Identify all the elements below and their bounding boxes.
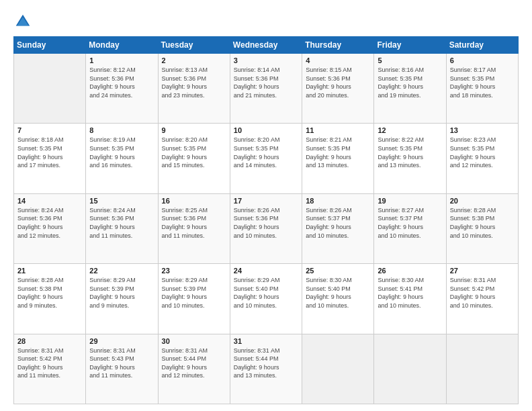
day-info: Sunrise: 8:31 AMSunset: 5:42 PMDaylight:…	[450, 276, 515, 310]
calendar-cell: 7Sunrise: 8:18 AMSunset: 5:35 PMDaylight…	[14, 124, 86, 193]
day-info: Sunrise: 8:29 AMSunset: 5:39 PMDaylight:…	[89, 276, 154, 310]
weekday-header: Wednesday	[230, 37, 302, 54]
day-info: Sunrise: 8:24 AMSunset: 5:36 PMDaylight:…	[89, 206, 154, 240]
day-info: Sunrise: 8:23 AMSunset: 5:35 PMDaylight:…	[450, 136, 515, 169]
day-number: 4	[306, 56, 370, 64]
day-info: Sunrise: 8:30 AMSunset: 5:40 PMDaylight:…	[306, 276, 370, 310]
calendar-cell: 30Sunrise: 8:31 AMSunset: 5:44 PMDayligh…	[158, 334, 230, 404]
weekday-header: Thursday	[302, 37, 374, 54]
day-number: 21	[17, 267, 82, 275]
day-number: 7	[17, 126, 82, 134]
calendar-cell: 11Sunrise: 8:21 AMSunset: 5:35 PMDayligh…	[302, 124, 374, 193]
day-number: 20	[450, 197, 515, 205]
calendar-cell	[302, 334, 374, 404]
page: SundayMondayTuesdayWednesdayThursdayFrid…	[0, 0, 532, 411]
calendar-cell: 2Sunrise: 8:13 AMSunset: 5:36 PMDaylight…	[158, 54, 230, 124]
calendar-cell: 3Sunrise: 8:14 AMSunset: 5:36 PMDaylight…	[230, 54, 302, 124]
calendar-cell: 26Sunrise: 8:30 AMSunset: 5:41 PMDayligh…	[374, 264, 446, 334]
calendar-cell: 27Sunrise: 8:31 AMSunset: 5:42 PMDayligh…	[446, 264, 518, 334]
day-number: 13	[450, 126, 515, 134]
calendar-cell: 8Sunrise: 8:19 AMSunset: 5:35 PMDaylight…	[86, 124, 158, 193]
day-number: 22	[89, 267, 154, 275]
day-number: 24	[234, 267, 298, 275]
day-number: 30	[162, 337, 226, 345]
day-number: 6	[450, 56, 515, 64]
day-number: 26	[378, 267, 442, 275]
calendar-cell	[446, 334, 518, 404]
day-number: 23	[162, 267, 226, 275]
day-info: Sunrise: 8:22 AMSunset: 5:35 PMDaylight:…	[378, 136, 442, 169]
calendar-cell: 22Sunrise: 8:29 AMSunset: 5:39 PMDayligh…	[86, 264, 158, 334]
calendar-cell: 19Sunrise: 8:27 AMSunset: 5:37 PMDayligh…	[374, 193, 446, 263]
header	[13, 12, 519, 31]
calendar-cell: 17Sunrise: 8:26 AMSunset: 5:36 PMDayligh…	[230, 193, 302, 263]
calendar-cell	[374, 334, 446, 404]
weekday-header: Sunday	[14, 37, 86, 54]
day-info: Sunrise: 8:26 AMSunset: 5:36 PMDaylight:…	[234, 206, 298, 240]
day-info: Sunrise: 8:28 AMSunset: 5:38 PMDaylight:…	[17, 276, 82, 310]
calendar-cell	[14, 54, 86, 124]
calendar-week-row: 7Sunrise: 8:18 AMSunset: 5:35 PMDaylight…	[14, 124, 519, 193]
day-info: Sunrise: 8:28 AMSunset: 5:38 PMDaylight:…	[450, 206, 515, 240]
weekday-header: Friday	[374, 37, 446, 54]
weekday-header: Monday	[86, 37, 158, 54]
day-info: Sunrise: 8:20 AMSunset: 5:35 PMDaylight:…	[162, 136, 226, 169]
calendar-cell: 31Sunrise: 8:31 AMSunset: 5:44 PMDayligh…	[230, 334, 302, 404]
weekday-header: Saturday	[446, 37, 518, 54]
day-info: Sunrise: 8:29 AMSunset: 5:39 PMDaylight:…	[162, 276, 226, 310]
day-info: Sunrise: 8:16 AMSunset: 5:35 PMDaylight:…	[378, 66, 442, 99]
day-info: Sunrise: 8:31 AMSunset: 5:44 PMDaylight:…	[234, 347, 298, 380]
day-number: 15	[89, 197, 154, 205]
day-info: Sunrise: 8:17 AMSunset: 5:35 PMDaylight:…	[450, 66, 515, 99]
logo	[13, 12, 35, 31]
day-number: 31	[234, 337, 298, 345]
day-number: 18	[306, 197, 370, 205]
calendar-week-row: 14Sunrise: 8:24 AMSunset: 5:36 PMDayligh…	[14, 193, 519, 263]
day-info: Sunrise: 8:31 AMSunset: 5:44 PMDaylight:…	[162, 347, 226, 380]
calendar-week-row: 21Sunrise: 8:28 AMSunset: 5:38 PMDayligh…	[14, 264, 519, 334]
day-info: Sunrise: 8:24 AMSunset: 5:36 PMDaylight:…	[17, 206, 82, 240]
calendar-cell: 13Sunrise: 8:23 AMSunset: 5:35 PMDayligh…	[446, 124, 518, 193]
logo-icon	[13, 12, 32, 31]
calendar-cell: 23Sunrise: 8:29 AMSunset: 5:39 PMDayligh…	[158, 264, 230, 334]
day-number: 17	[234, 197, 298, 205]
day-number: 27	[450, 267, 515, 275]
day-number: 16	[162, 197, 226, 205]
day-number: 2	[162, 56, 226, 64]
day-number: 19	[378, 197, 442, 205]
day-number: 3	[234, 56, 298, 64]
day-info: Sunrise: 8:21 AMSunset: 5:35 PMDaylight:…	[306, 136, 370, 169]
day-number: 1	[89, 56, 154, 64]
calendar-cell: 18Sunrise: 8:26 AMSunset: 5:37 PMDayligh…	[302, 193, 374, 263]
day-info: Sunrise: 8:12 AMSunset: 5:36 PMDaylight:…	[89, 66, 154, 99]
day-info: Sunrise: 8:27 AMSunset: 5:37 PMDaylight:…	[378, 206, 442, 240]
calendar-cell: 28Sunrise: 8:31 AMSunset: 5:42 PMDayligh…	[14, 334, 86, 404]
day-info: Sunrise: 8:19 AMSunset: 5:35 PMDaylight:…	[89, 136, 154, 169]
weekday-header: Tuesday	[158, 37, 230, 54]
calendar-week-row: 28Sunrise: 8:31 AMSunset: 5:42 PMDayligh…	[14, 334, 519, 404]
day-number: 29	[89, 337, 154, 345]
calendar-cell: 29Sunrise: 8:31 AMSunset: 5:43 PMDayligh…	[86, 334, 158, 404]
day-info: Sunrise: 8:20 AMSunset: 5:35 PMDaylight:…	[234, 136, 298, 169]
calendar-cell: 25Sunrise: 8:30 AMSunset: 5:40 PMDayligh…	[302, 264, 374, 334]
calendar-cell: 20Sunrise: 8:28 AMSunset: 5:38 PMDayligh…	[446, 193, 518, 263]
calendar-cell: 24Sunrise: 8:29 AMSunset: 5:40 PMDayligh…	[230, 264, 302, 334]
calendar-cell: 15Sunrise: 8:24 AMSunset: 5:36 PMDayligh…	[86, 193, 158, 263]
calendar-cell: 5Sunrise: 8:16 AMSunset: 5:35 PMDaylight…	[374, 54, 446, 124]
calendar-cell: 1Sunrise: 8:12 AMSunset: 5:36 PMDaylight…	[86, 54, 158, 124]
calendar-cell: 14Sunrise: 8:24 AMSunset: 5:36 PMDayligh…	[14, 193, 86, 263]
calendar-cell: 21Sunrise: 8:28 AMSunset: 5:38 PMDayligh…	[14, 264, 86, 334]
calendar-cell: 16Sunrise: 8:25 AMSunset: 5:36 PMDayligh…	[158, 193, 230, 263]
day-number: 11	[306, 126, 370, 134]
day-number: 8	[89, 126, 154, 134]
day-number: 10	[234, 126, 298, 134]
day-info: Sunrise: 8:13 AMSunset: 5:36 PMDaylight:…	[162, 66, 226, 99]
day-number: 28	[17, 337, 82, 345]
day-number: 12	[378, 126, 442, 134]
calendar-cell: 12Sunrise: 8:22 AMSunset: 5:35 PMDayligh…	[374, 124, 446, 193]
day-number: 14	[17, 197, 82, 205]
day-number: 9	[162, 126, 226, 134]
calendar-cell: 10Sunrise: 8:20 AMSunset: 5:35 PMDayligh…	[230, 124, 302, 193]
day-number: 25	[306, 267, 370, 275]
day-info: Sunrise: 8:31 AMSunset: 5:42 PMDaylight:…	[17, 347, 82, 380]
